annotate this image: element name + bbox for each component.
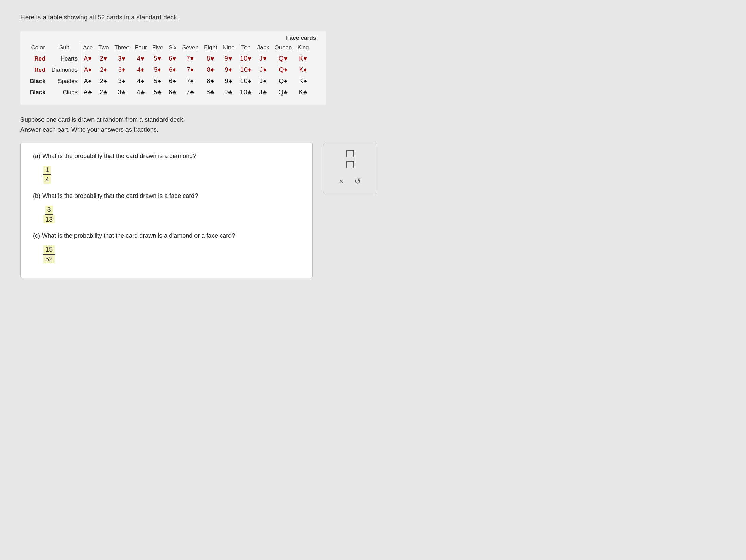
card-cell: 10♠ <box>237 75 255 87</box>
card-cell: 2♦ <box>96 64 112 75</box>
card-cell: 8♣ <box>201 87 220 98</box>
fraction-b-denominator: 13 <box>43 215 55 223</box>
fraction-b-numerator: 3 <box>45 206 53 215</box>
sidebar-buttons: × ↺ <box>337 175 364 187</box>
main-layout: (a) What is the probability that the car… <box>20 143 726 278</box>
card-cell: 7♥ <box>180 53 201 64</box>
card-cell: 2♥ <box>96 53 112 64</box>
card-cell: 9♥ <box>220 53 237 64</box>
color-cell-0: Red <box>27 53 49 64</box>
card-cell: 5♥ <box>150 53 166 64</box>
suppose-text: Suppose one card is drawn at random from… <box>20 115 726 135</box>
suit-cell-0: Hearts <box>49 53 80 64</box>
suit-cell-3: Clubs <box>49 87 80 98</box>
card-cell: Q♦ <box>272 64 294 75</box>
card-cell: A♠ <box>80 75 96 87</box>
sidebar-box: × ↺ <box>323 143 377 194</box>
card-cell: K♥ <box>295 53 312 64</box>
card-cell: 7♦ <box>180 64 201 75</box>
header-ten: Ten <box>237 42 255 53</box>
table-row: BlackClubsA♣2♣3♣4♣5♣6♣7♣8♣9♣10♣J♣Q♣K♣ <box>27 87 312 98</box>
card-cell: 10♥ <box>237 53 255 64</box>
suit-cell-2: Spades <box>49 75 80 87</box>
fraction-icon-top-square <box>346 150 354 157</box>
card-cell: 2♣ <box>96 87 112 98</box>
card-table: Color Suit Ace Two Three Four Five Six S… <box>27 42 312 98</box>
header-jack: Jack <box>255 42 272 53</box>
card-cell: 4♦ <box>132 64 150 75</box>
color-cell-2: Black <box>27 75 49 87</box>
x-button[interactable]: × <box>337 175 346 187</box>
table-row: RedDiamondsA♦2♦3♦4♦5♦6♦7♦8♦9♦10♦J♦Q♦K♦ <box>27 64 312 75</box>
fraction-a-denominator: 4 <box>43 175 51 184</box>
header-nine: Nine <box>220 42 237 53</box>
card-cell: A♦ <box>80 64 96 75</box>
card-cell: 3♠ <box>112 75 132 87</box>
intro-text: Here is a table showing all 52 cards in … <box>20 14 726 21</box>
card-cell: 10♣ <box>237 87 255 98</box>
card-cell: 5♦ <box>150 64 166 75</box>
header-two: Two <box>96 42 112 53</box>
card-cell: 8♥ <box>201 53 220 64</box>
card-cell: 8♦ <box>201 64 220 75</box>
card-cell: A♣ <box>80 87 96 98</box>
questions-box: (a) What is the probability that the car… <box>20 143 313 278</box>
card-cell: K♣ <box>295 87 312 98</box>
question-c-label: (c) What is the probability that the car… <box>33 232 300 239</box>
color-cell-1: Red <box>27 64 49 75</box>
card-cell: 4♣ <box>132 87 150 98</box>
header-seven: Seven <box>180 42 201 53</box>
fraction-a-numerator: 1 <box>43 166 51 175</box>
card-table-wrapper: Face cards Color Suit Ace Two Three Four… <box>20 31 326 105</box>
card-cell: 7♠ <box>180 75 201 87</box>
card-cell: 2♠ <box>96 75 112 87</box>
question-a-label: (a) What is the probability that the car… <box>33 153 300 160</box>
color-cell-3: Black <box>27 87 49 98</box>
fraction-b: 3 13 <box>43 206 55 223</box>
card-cell: 9♣ <box>220 87 237 98</box>
card-cell: K♦ <box>295 64 312 75</box>
suit-cell-1: Diamonds <box>49 64 80 75</box>
header-ace: Ace <box>80 42 96 53</box>
header-three: Three <box>112 42 132 53</box>
card-cell: K♠ <box>295 75 312 87</box>
card-cell: Q♥ <box>272 53 294 64</box>
card-cell: 7♣ <box>180 87 201 98</box>
card-cell: 9♠ <box>220 75 237 87</box>
question-b-label: (b) What is the probability that the car… <box>33 192 300 200</box>
header-eight: Eight <box>201 42 220 53</box>
header-four: Four <box>132 42 150 53</box>
card-cell: J♦ <box>255 64 272 75</box>
card-cell: 4♠ <box>132 75 150 87</box>
card-cell: 5♠ <box>150 75 166 87</box>
card-cell: 8♠ <box>201 75 220 87</box>
card-cell: J♥ <box>255 53 272 64</box>
header-suit: Suit <box>49 42 80 53</box>
fraction-a: 1 4 <box>43 166 51 184</box>
redo-button[interactable]: ↺ <box>352 175 364 187</box>
card-cell: 10♦ <box>237 64 255 75</box>
card-cell: 6♦ <box>166 64 180 75</box>
header-queen: Queen <box>272 42 294 53</box>
table-row: RedHeartsA♥2♥3♥4♥5♥6♥7♥8♥9♥10♥J♥Q♥K♥ <box>27 53 312 64</box>
header-king: King <box>295 42 312 53</box>
card-cell: 3♦ <box>112 64 132 75</box>
card-cell: 4♥ <box>132 53 150 64</box>
card-cell: 6♠ <box>166 75 180 87</box>
card-cell: A♥ <box>80 53 96 64</box>
card-cell: Q♠ <box>272 75 294 87</box>
fraction-icon-line <box>345 159 355 159</box>
header-five: Five <box>150 42 166 53</box>
fraction-c-denominator: 52 <box>43 255 55 263</box>
card-cell: 9♦ <box>220 64 237 75</box>
card-cell: 5♣ <box>150 87 166 98</box>
fraction-c-numerator: 15 <box>43 245 55 255</box>
fraction-c: 15 52 <box>43 245 55 263</box>
table-row: BlackSpadesA♠2♠3♠4♠5♠6♠7♠8♠9♠10♠J♠Q♠K♠ <box>27 75 312 87</box>
fraction-icon <box>345 150 355 168</box>
card-cell: 6♣ <box>166 87 180 98</box>
card-cell: Q♣ <box>272 87 294 98</box>
header-six: Six <box>166 42 180 53</box>
card-cell: 6♥ <box>166 53 180 64</box>
card-cell: J♠ <box>255 75 272 87</box>
